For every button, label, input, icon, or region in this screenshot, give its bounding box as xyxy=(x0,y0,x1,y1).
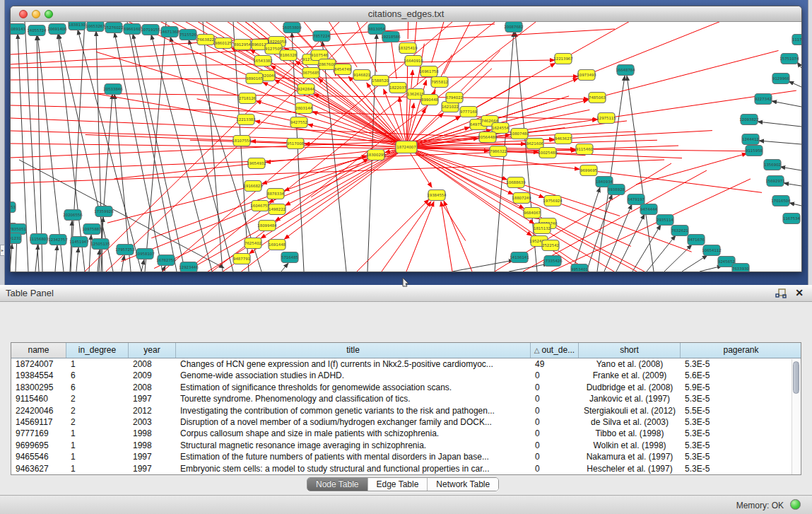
network-window: citations_edges.txt 20891431405572420691… xyxy=(10,6,802,272)
graph-node-label: 9107546 xyxy=(311,53,329,57)
graph-edge xyxy=(759,141,801,144)
graph-node-label: 7835051 xyxy=(11,227,26,231)
table-header-row: namein_degreeyeartitle△out_de...shortpag… xyxy=(11,343,801,358)
graph-node-label: 12342757 xyxy=(48,238,67,242)
cell-title: Estimation of the future numbers of pati… xyxy=(176,451,531,462)
panel-collapse-handle[interactable]: ▸ xyxy=(0,245,5,256)
graph-node-label: 1621022 xyxy=(442,105,459,109)
table-body: 1872400712008Changes of HCN gene express… xyxy=(11,358,801,474)
graph-node-label: 8813054 xyxy=(368,27,386,31)
graph-node-label: 18107554 xyxy=(232,139,252,143)
graph-node-label: 1356902 xyxy=(764,163,781,167)
table-row[interactable]: 1872400712008Changes of HCN gene express… xyxy=(11,358,801,370)
graph-node-label: 3675685 xyxy=(302,71,319,75)
graph-node-label: 1244412 xyxy=(742,137,759,141)
cell-short: de Silva et al. (2003) xyxy=(579,416,681,428)
cell-short: Yano et al. (2008) xyxy=(579,358,681,370)
graph-node-label: 9245652 xyxy=(718,259,735,264)
table-row[interactable]: 911546021997Tourette syndrome. Phenomeno… xyxy=(11,393,801,404)
table-row[interactable]: 1938455462009Genome-wide association stu… xyxy=(11,370,801,381)
table-row[interactable]: 946554611997Estimation of the future num… xyxy=(11,451,801,462)
graph-edge xyxy=(572,187,600,271)
cell-out-de-: 0 xyxy=(531,463,579,474)
tab-edge-table[interactable]: Edge Table xyxy=(368,478,428,491)
table-row[interactable]: 1830029562008Estimation of significance … xyxy=(11,382,801,393)
column-header-out-de-[interactable]: △out_de... xyxy=(531,343,579,358)
close-panel-icon[interactable]: ✕ xyxy=(795,287,804,298)
graph-node-label: 9684067 xyxy=(524,211,541,215)
graph-node-label: 12923446 xyxy=(179,265,199,269)
tab-network-table[interactable]: Network Table xyxy=(428,478,498,491)
cell-short: Wolkin et al. (1998) xyxy=(579,440,681,451)
cell-out-de-: 49 xyxy=(531,358,579,370)
graph-edge xyxy=(772,101,801,107)
graph-edge xyxy=(86,134,233,140)
graph-node-label: 9146821 xyxy=(353,73,370,77)
table-row[interactable]: 1456911722003Disruption of a novel membe… xyxy=(11,416,801,428)
graph-node-label: 7663822 xyxy=(197,37,214,42)
graph-node-label: 17957253 xyxy=(115,247,134,252)
cell-in-degree: 2 xyxy=(66,416,129,428)
graph-node-label: 14671368 xyxy=(160,30,180,34)
graph-node-label: 7485063 xyxy=(589,95,606,100)
graph-node-label: 2089143 xyxy=(11,27,25,31)
cell-name: 18724007 xyxy=(11,358,66,370)
graph-edge xyxy=(55,245,57,271)
table-row[interactable]: 977716911998Corpus callosum shape and si… xyxy=(11,428,801,439)
graph-edge xyxy=(322,41,346,271)
graph-node-label: 2803144 xyxy=(295,106,313,110)
network-view[interactable]: 2089143140557242069140618381301065326715… xyxy=(11,22,801,272)
column-header-pagerank[interactable]: pagerank xyxy=(681,343,801,358)
graph-node-label: 11156803 xyxy=(29,237,48,241)
cell-out-de-: 0 xyxy=(531,440,579,451)
table-row[interactable]: 946362711997Embryonic stem cells: a mode… xyxy=(11,463,801,474)
graph-edge xyxy=(571,22,712,54)
graph-edge xyxy=(141,259,144,271)
control-panel-edge xyxy=(0,0,5,285)
graph-node-label: 10025488 xyxy=(538,151,558,155)
window-titlebar[interactable]: citations_edges.txt xyxy=(11,6,801,22)
graph-edge xyxy=(114,164,247,178)
cell-out-de-: 0 xyxy=(531,405,579,416)
memory-status-icon[interactable] xyxy=(790,499,801,510)
graph-edge xyxy=(284,147,406,239)
graph-node-label: 9777169 xyxy=(460,110,478,114)
table-row[interactable]: 969969511998Structural magnetic resonanc… xyxy=(11,440,801,451)
tab-node-table[interactable]: Node Table xyxy=(307,478,368,491)
column-header-in-degree[interactable]: in_degree xyxy=(66,343,129,358)
cell-short: Stergiakouli et al. (2012) xyxy=(579,405,681,416)
graph-node-label: 11451947 xyxy=(69,240,88,244)
graph-node-label: 9227342 xyxy=(755,97,772,101)
column-header-title[interactable]: title xyxy=(176,343,531,358)
graph-node-label: 2620653 xyxy=(11,205,16,209)
table-row[interactable]: 2242004622012Investigating the contribut… xyxy=(11,405,801,416)
graph-node-label: 9474444 xyxy=(640,207,658,211)
graph-node-label: 19756924 xyxy=(543,199,563,203)
graph-edge xyxy=(71,22,85,271)
cell-title: Corpus callosum shape and size in male p… xyxy=(176,428,531,439)
cell-name: 9777169 xyxy=(11,428,66,439)
graph-node-label: 12505135 xyxy=(90,242,110,246)
cell-in-degree: 6 xyxy=(66,382,129,393)
graph-node-label: 10719155 xyxy=(141,28,160,32)
cell-pagerank: 5.3E-5 xyxy=(681,358,801,370)
cell-in-degree: 1 xyxy=(66,440,129,451)
graph-edge xyxy=(789,203,801,206)
mouse-cursor xyxy=(401,277,410,287)
cell-pagerank: 5.3E-5 xyxy=(681,393,801,404)
column-header-year[interactable]: year xyxy=(129,343,176,358)
table-scrollbar-thumb[interactable] xyxy=(793,361,799,394)
graph-node-label: 16782759 xyxy=(156,258,176,262)
graph-edge xyxy=(76,247,78,271)
graph-edge xyxy=(797,62,801,68)
float-panel-icon[interactable] xyxy=(775,288,787,299)
column-header-short[interactable]: short xyxy=(579,343,681,358)
graph-node-label: 15276022 xyxy=(104,25,123,30)
graph-edge xyxy=(444,201,472,271)
graph-node-label: 10958107 xyxy=(135,252,154,256)
graph-node-label: 20564486 xyxy=(478,135,498,139)
column-header-name[interactable]: name xyxy=(11,343,66,358)
cell-pagerank: 5.3E-5 xyxy=(681,451,801,462)
graph-node-label: 1588520 xyxy=(372,78,389,83)
table-scrollbar[interactable] xyxy=(792,359,800,475)
